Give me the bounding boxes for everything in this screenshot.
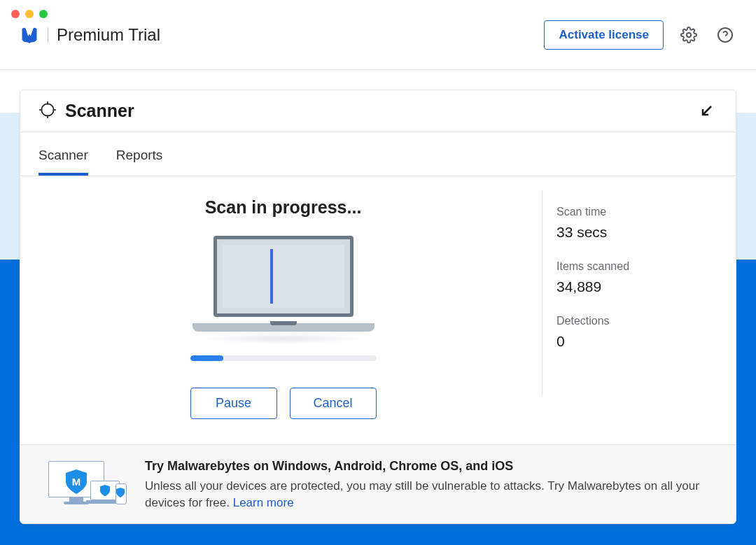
- shield-icon: M: [66, 469, 87, 492]
- cancel-scan-button[interactable]: Cancel: [290, 388, 377, 419]
- detections-label: Detections: [556, 315, 718, 327]
- laptop-illustration: [192, 236, 374, 337]
- window-traffic-lights: [11, 10, 48, 18]
- promo-banner: M Try Malwarebytes on Windows, Android, …: [20, 444, 736, 523]
- items-scanned-label: Items scanned: [556, 260, 718, 273]
- scan-stats: Scan time 33 secs Items scanned 34,889 D…: [556, 197, 718, 430]
- scan-progress-fill: [190, 355, 224, 361]
- promo-title: Try Malwarebytes on Windows, Android, Ch…: [145, 459, 718, 474]
- scan-time-label: Scan time: [556, 206, 718, 218]
- svg-point-3: [41, 104, 53, 115]
- promo-description: Unless all your devices are protected, y…: [145, 478, 718, 512]
- app-header: Premium Trial Activate license: [0, 0, 756, 70]
- scan-line-icon: [270, 249, 273, 304]
- devices-illustration: M: [48, 461, 125, 510]
- crosshair-icon: [38, 101, 57, 122]
- promo-desc-text: Unless all your devices are protected, y…: [145, 479, 699, 510]
- detections-value: 0: [556, 333, 718, 350]
- close-window-dot[interactable]: [11, 10, 20, 18]
- shield-icon: [116, 488, 125, 497]
- tab-reports[interactable]: Reports: [116, 136, 163, 176]
- help-icon: [717, 27, 734, 43]
- tab-scanner[interactable]: Scanner: [38, 136, 88, 176]
- maximize-window-dot[interactable]: [39, 10, 48, 18]
- settings-button[interactable]: [678, 24, 700, 46]
- gear-icon: [680, 27, 697, 43]
- vertical-divider: [542, 190, 542, 395]
- collapse-card-button[interactable]: [695, 100, 718, 122]
- help-button[interactable]: [714, 24, 736, 46]
- card-tabs: Scanner Reports: [20, 136, 736, 176]
- shield-icon: [100, 485, 110, 496]
- minimize-window-dot[interactable]: [25, 10, 34, 18]
- card-title: Scanner: [65, 101, 134, 121]
- items-scanned-value: 34,889: [556, 278, 718, 295]
- svg-text:M: M: [72, 475, 81, 487]
- scan-time-value: 33 secs: [556, 224, 718, 241]
- activate-license-button[interactable]: Activate license: [544, 20, 664, 50]
- svg-line-8: [703, 106, 711, 115]
- header-divider: [48, 27, 48, 43]
- pause-scan-button[interactable]: Pause: [190, 388, 277, 419]
- svg-point-0: [687, 33, 691, 37]
- scan-progress-bar: [190, 355, 377, 361]
- learn-more-link[interactable]: Learn more: [233, 496, 294, 509]
- app-title: Premium Trial: [57, 25, 160, 45]
- scan-status-heading: Scan in progress...: [205, 197, 362, 218]
- scanner-card: Scanner Scanner Reports Scan in progress…: [20, 90, 736, 524]
- collapse-icon: [698, 103, 715, 120]
- malwarebytes-logo-icon: [20, 25, 39, 45]
